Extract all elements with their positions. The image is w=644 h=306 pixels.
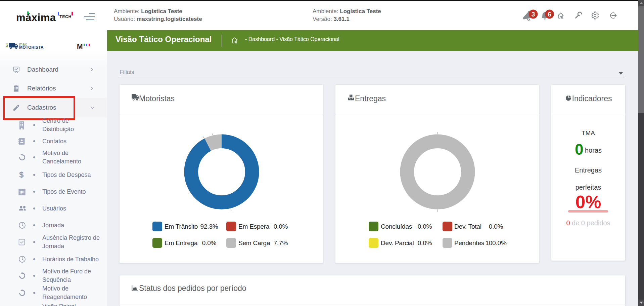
svg-text:6: 6 [548, 11, 551, 18]
svg-text:3: 3 [532, 11, 535, 18]
